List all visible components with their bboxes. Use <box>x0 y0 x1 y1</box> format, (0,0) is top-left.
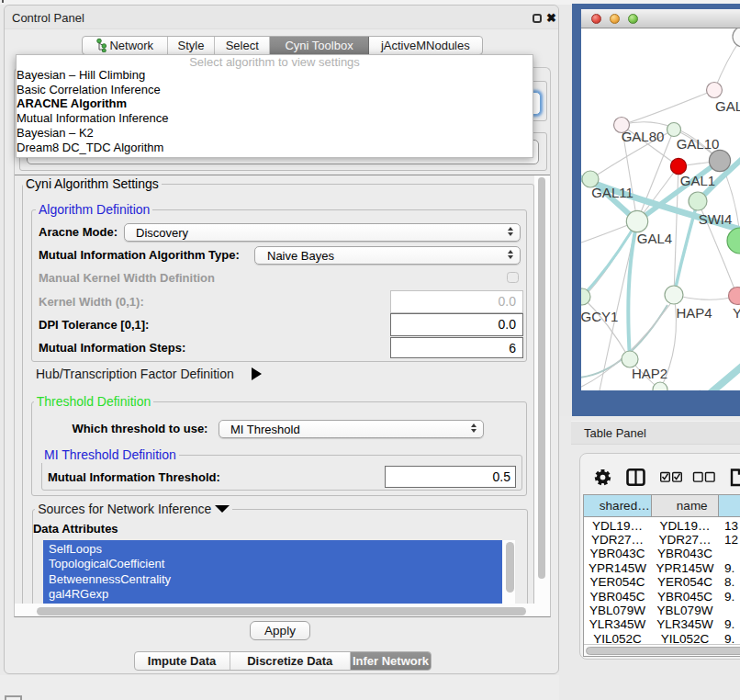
svg-text:Y: Y <box>733 305 740 321</box>
svg-text:GAL4: GAL4 <box>637 231 672 246</box>
svg-text:GAL1: GAL1 <box>680 173 715 188</box>
svg-text:HAP4: HAP4 <box>676 305 712 321</box>
svg-text:GAL: GAL <box>715 98 740 114</box>
svg-text:GCY1: GCY1 <box>581 309 618 324</box>
svg-text:HAP2: HAP2 <box>632 366 667 381</box>
svg-text:GAL10: GAL10 <box>677 136 720 152</box>
svg-text:GAL11: GAL11 <box>591 185 633 200</box>
svg-text:SWI4: SWI4 <box>699 211 733 227</box>
svg-text:GAL80: GAL80 <box>622 129 665 144</box>
